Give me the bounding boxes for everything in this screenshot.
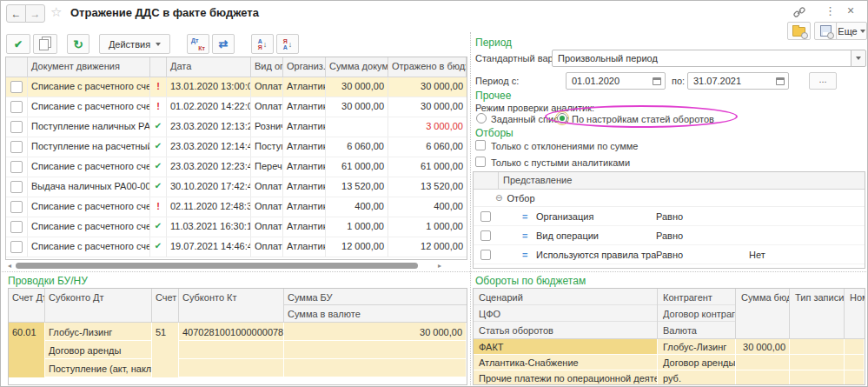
operation-cell[interactable]: Оплата...	[251, 217, 283, 237]
horizontal-splitter[interactable]	[2, 271, 866, 272]
date-cell[interactable]: 30.10.2020 17:42:40	[167, 177, 251, 197]
forward-button[interactable]: →	[25, 4, 45, 23]
header-budget[interactable]: Отражено в бюджете	[388, 57, 467, 77]
nomenclature-cell[interactable]	[845, 370, 865, 385]
document-name-cell[interactable]: Поступление наличных РА00-00000...	[28, 117, 150, 137]
filters-group-row[interactable]: ⊖ Отбор	[474, 190, 865, 207]
filter-row[interactable]: =Тип документаРавно	[474, 264, 865, 269]
period-more-button[interactable]: ...	[809, 72, 837, 90]
checkbox-empty-analytics[interactable]	[475, 157, 486, 167]
document-name-cell[interactable]: Поступление на расчетный счет РА...	[28, 137, 150, 157]
table-row[interactable]: Списание с расчетного счета АС00-...!01.…	[6, 97, 467, 117]
sum-cell[interactable]: 6 060,00	[326, 137, 388, 157]
subconto-kt-cell[interactable]: 40702810010000000789, АКБ...	[179, 323, 284, 377]
standard-variant-select[interactable]: Произвольный период	[552, 50, 851, 67]
date-cell[interactable]: 02.11.2020 12:48:30	[167, 197, 251, 217]
sort-asc-button[interactable]: АЯ↓	[251, 34, 274, 54]
scroll-right-icon[interactable]: ▸	[438, 263, 441, 270]
checkbox-empty-analytics-label[interactable]: Только с пустыми аналитиками	[491, 157, 630, 168]
turnovers-row[interactable]: ФАКТ Глобус-Лизинг 30 000,00	[474, 339, 865, 355]
row-checkbox[interactable]	[10, 81, 23, 93]
filter-checkbox[interactable]	[480, 269, 491, 270]
operation-cell[interactable]: Оплата...	[251, 77, 283, 97]
scenario-cell[interactable]: ФАКТ	[474, 339, 658, 355]
sum-cell[interactable]: 30 000,00	[326, 77, 388, 97]
load-settings-button[interactable]	[787, 22, 811, 40]
operation-cell[interactable]: Оплата...	[251, 197, 283, 217]
operation-cell[interactable]: Перечи...	[251, 157, 283, 177]
document-name-cell[interactable]: Списание с расчетного счета РА00-...	[28, 217, 150, 237]
filter-field-name[interactable]: Используются правила трансляция	[536, 250, 656, 260]
filter-row[interactable]: =Вид операцииРавно	[474, 226, 865, 245]
budget-cell[interactable]: 1 000,00	[388, 217, 467, 237]
exchange-button[interactable]: ⇄	[212, 34, 235, 54]
sum-cell[interactable]: 400,00	[326, 197, 388, 217]
period-from-input[interactable]: 01.01.2020	[566, 72, 666, 90]
row-select-cell[interactable]	[6, 237, 28, 257]
row-checkbox[interactable]	[10, 181, 23, 193]
header-budget-sum[interactable]: Сумма бюджет	[736, 289, 790, 338]
sum-cell[interactable]: 30 000,00	[326, 97, 388, 117]
checkbox-sum-deviation[interactable]	[475, 140, 486, 150]
account-dt-cell[interactable]: 60.01	[9, 323, 45, 377]
filter-condition[interactable]: Равно	[656, 211, 749, 222]
radio-turnover-settings[interactable]	[557, 113, 567, 123]
header-scenario-group[interactable]: Сценарий ЦФО Статья оборотов	[474, 289, 658, 338]
back-button[interactable]: ←	[6, 4, 26, 23]
budget-cell[interactable]: 30 000,00	[388, 77, 467, 97]
budget-cell[interactable]: 400,00	[388, 197, 467, 217]
table-row[interactable]: Выдача наличных РА00-000001 от ...✔30.10…	[6, 177, 467, 197]
scrollbar-thumb[interactable]	[16, 263, 418, 269]
set-flags-button[interactable]: ✔	[6, 34, 30, 54]
row-checkbox[interactable]	[10, 121, 23, 133]
header-nomenclature[interactable]: Номен...	[845, 289, 865, 338]
counterparty-cell[interactable]: Глобус-Лизинг	[658, 339, 736, 355]
budget-cell[interactable]: 30 000,00	[388, 97, 467, 117]
row-select-cell[interactable]	[6, 157, 28, 177]
budget-cell[interactable]: 12 000,00	[388, 237, 467, 257]
actions-button[interactable]: Действия	[99, 34, 170, 54]
filter-checkbox[interactable]	[480, 250, 491, 260]
filter-checkbox[interactable]	[480, 211, 491, 222]
filter-field-name[interactable]: Вид операции	[536, 230, 656, 241]
postings-row[interactable]: 60.01 Глобус-Лизинг Договор аренды Посту…	[9, 323, 467, 377]
scroll-left-icon[interactable]: ◂	[8, 263, 11, 270]
row-select-cell[interactable]	[6, 197, 28, 217]
filter-row[interactable]: =ОрганизацияРавно	[474, 207, 865, 226]
operation-cell[interactable]: Оплата...	[251, 237, 283, 257]
header-date[interactable]: Дата	[167, 57, 251, 77]
row-checkbox[interactable]	[10, 101, 23, 113]
budget-cell[interactable]: 6 060,00	[388, 137, 467, 157]
budget-cell[interactable]: 61 000,00	[388, 157, 467, 177]
row-select-cell[interactable]	[6, 117, 28, 137]
standard-variant-dropdown-button[interactable]	[851, 50, 866, 67]
operation-cell[interactable]: Рознич...	[251, 117, 283, 137]
row-select-cell[interactable]	[6, 77, 28, 97]
nomenclature-cell[interactable]	[845, 339, 865, 355]
budget-cell[interactable]: 3 000,00	[388, 117, 467, 137]
filter-condition[interactable]: Равно	[656, 250, 749, 260]
organization-cell[interactable]: Атлантика	[283, 237, 326, 257]
organization-cell[interactable]: Атлантика	[283, 157, 326, 177]
header-account-dt[interactable]: Счет Дт	[9, 289, 45, 322]
header-organization[interactable]: Организ...	[283, 57, 326, 77]
calendar-button[interactable]	[774, 75, 786, 87]
turnovers-row[interactable]: Прочие платежи по операционной деятельно…	[474, 370, 865, 385]
row-checkbox[interactable]	[10, 241, 23, 253]
table-row[interactable]: Поступление на расчетный счет РА...✔23.0…	[6, 137, 467, 157]
organization-cell[interactable]: Атлантик...	[283, 77, 326, 97]
header-counterparty-group[interactable]: Контрагент Договор контрагента Валюта	[658, 289, 736, 338]
calendar-button[interactable]	[651, 75, 663, 87]
date-cell[interactable]: 23.03.2020 12:14:47	[167, 137, 251, 157]
operation-cell[interactable]: Оплата...	[251, 97, 283, 117]
sum-cell[interactable]: 13 520,00	[326, 177, 388, 197]
header-account-kt[interactable]: Счет Кт	[152, 289, 179, 322]
document-name-cell[interactable]: Списание с расчетного счета РА00-...	[28, 237, 150, 257]
header-document[interactable]: Документ движения	[28, 57, 150, 77]
table-row[interactable]: Списание с расчетного счета РА00-...✔19.…	[6, 237, 467, 257]
sum-cell[interactable]: 61 000,00	[326, 157, 388, 177]
row-select-cell[interactable]	[6, 177, 28, 197]
subconto-dt-cell[interactable]: Глобус-Лизинг Договор аренды Поступление…	[45, 323, 152, 377]
period-to-input[interactable]: 31.07.2021	[687, 72, 789, 90]
clear-flags-button[interactable]	[33, 34, 57, 54]
